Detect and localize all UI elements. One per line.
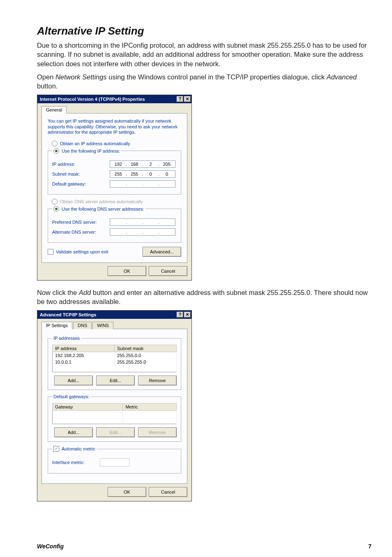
ip-seg-4: 205 [161,162,173,167]
table-row[interactable]: 10.0.0.1 255.255.255.0 [53,359,177,365]
row1-ip: 10.0.0.1 [53,359,115,365]
dialog1-help-text: You can get IP settings assigned automat… [48,118,181,135]
footer-brand: WeConfig [37,543,64,550]
ip-seg-3: 2 [145,162,157,167]
gateways-list[interactable]: Gateway Metric [52,403,177,424]
mask-seg-4: 0 [161,172,173,176]
preferred-dns-label: Preferred DNS server: [52,220,110,225]
row0-ip: 192.168.2.205 [53,352,115,359]
preferred-dns-input[interactable]: . . . [110,218,175,226]
mask-seg-3: 0 [145,172,157,176]
tab-ip-settings[interactable]: IP Settings [42,322,72,329]
ip-seg-2: 168 [129,162,140,167]
ip-seg-1: 192 [113,162,124,167]
dialog2-titlebar[interactable]: Advanced TCP/IP Settings ? ✕ [37,311,191,319]
radio-use-following-dns-label: Use the following DNS server addresses: [62,207,144,211]
ip-addresses-list[interactable]: IP address Subnet mask 192.168.2.205 255… [52,345,177,372]
ip-addresses-group-label: IP addresses [52,336,81,341]
mask-seg-2: 255 [129,172,140,176]
alternate-dns-label: Alternate DNS server: [52,230,110,234]
validate-on-exit-checkbox[interactable] [48,249,53,255]
automatic-metric-label: Automatic metric [62,446,95,451]
col-metric[interactable]: Metric [123,404,177,411]
ok-button[interactable]: OK [108,266,146,276]
ip-address-input[interactable]: 192. 168. 2. 205 [110,160,175,168]
cancel-button[interactable]: Cancel [149,266,187,276]
dialog1-titlebar[interactable]: Internet Protocol Version 4 (TCP/IPv4) P… [37,95,191,103]
mid-paragraph: Now click the Add button and enter an al… [37,288,371,306]
advanced-tcpip-dialog: Advanced TCP/IP Settings ? ✕ IP Settings… [37,310,192,501]
advanced-button[interactable]: Advanced... [143,247,181,257]
para2-advanced: Advanced [327,73,357,81]
mask-seg-1: 255 [113,172,124,176]
close-icon[interactable]: ✕ [184,312,191,318]
col-subnet-mask[interactable]: Subnet mask [115,345,177,352]
radio-obtain-dns-auto-label: Obtain DNS server address automatically [60,199,143,204]
alternate-dns-input[interactable]: . . . [110,228,175,236]
interface-metric-label: Interface metric: [52,460,97,465]
subnet-mask-input[interactable]: 255. 255. 0. 0 [110,170,175,178]
tab-dns[interactable]: DNS [73,322,92,329]
validate-on-exit-label: Validate settings upon exit [56,249,108,254]
gw-edit-button: Edit... [96,427,135,437]
subnet-mask-label: Subnet mask: [52,172,110,176]
gw-remove-button: Remove [138,427,177,437]
ip-address-label: IP address: [52,162,110,167]
close-icon[interactable]: ✕ [184,96,191,102]
row1-mask: 255.255.255.0 [115,359,177,365]
intro-paragraph-2: Open Network Settings using the Windows … [37,72,371,91]
cancel-button[interactable]: Cancel [149,487,187,497]
radio-obtain-dns-auto [52,199,58,204]
col-ip-address[interactable]: IP address [53,345,115,352]
tab-general[interactable]: General [42,106,67,114]
page-title: Alternative IP Setting [37,25,371,37]
default-gateway-input[interactable]: . . . [110,180,175,188]
table-row[interactable]: 192.168.2.205 255.255.0.0 [53,352,177,359]
radio-use-following-dns[interactable] [53,206,59,212]
radio-obtain-ip-auto-label: Obtain an IP address automatically [60,141,130,146]
para3-add: Add [79,289,91,296]
ip-edit-button[interactable]: Edit... [96,376,135,385]
automatic-metric-checkbox[interactable] [53,446,59,452]
row0-mask: 255.255.0.0 [115,352,177,359]
col-gateway[interactable]: Gateway [53,404,123,411]
interface-metric-input [100,458,129,466]
para2-c: button. [37,82,58,90]
tcpip-properties-dialog: Internet Protocol Version 4 (TCP/IPv4) P… [37,95,192,281]
help-icon[interactable]: ? [177,96,183,102]
dialog1-title: Internet Protocol Version 4 (TCP/IPv4) P… [40,97,145,102]
intro-paragraph-1: Due to a shortcoming in the IPConfig pro… [37,41,371,68]
help-icon[interactable]: ? [177,312,183,318]
ok-button[interactable]: OK [108,487,146,497]
para3-a: Now click the [37,289,79,296]
para2-network-settings: Network Settings [55,73,107,81]
gw-add-button[interactable]: Add... [54,427,93,437]
gateways-group-label: Default gateways: [52,394,90,399]
dialog2-title: Advanced TCP/IP Settings [40,312,96,317]
para2-a: Open [37,73,55,81]
ip-add-button[interactable]: Add... [54,376,93,385]
ip-remove-button[interactable]: Remove [138,376,177,385]
footer-page-number: 7 [368,543,371,550]
radio-use-following-ip[interactable] [53,148,59,154]
tab-wins[interactable]: WINS [92,322,113,329]
radio-obtain-ip-auto[interactable] [52,141,58,146]
radio-use-following-ip-label: Use the following IP address: [62,149,120,153]
para2-b: using the Windows control panel in the T… [107,73,327,81]
default-gateway-label: Default gateway: [52,181,110,186]
